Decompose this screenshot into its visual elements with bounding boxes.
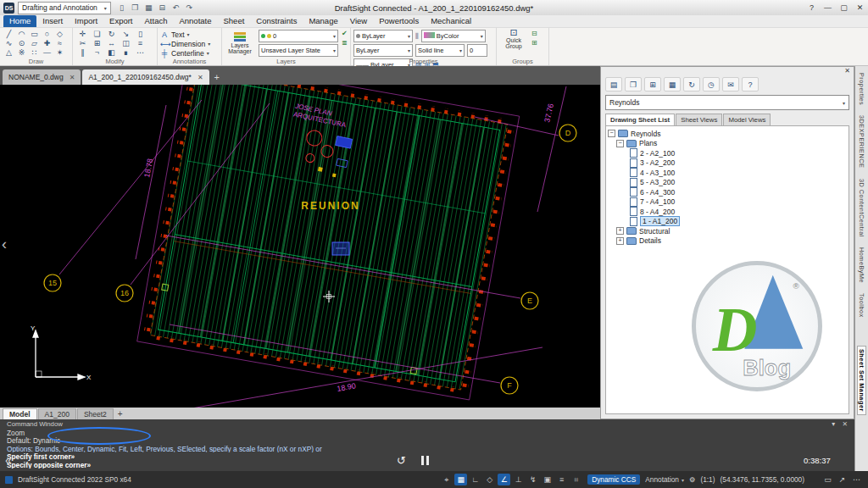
quick-access-icon[interactable]: ▦: [143, 3, 154, 12]
model-tab[interactable]: A1_200: [38, 408, 76, 419]
modify-tool-icon[interactable]: ❏: [90, 30, 104, 39]
fill-color-combo[interactable]: ByColor▾: [421, 30, 486, 42]
tree-node-sheet[interactable]: 6 - A4_300: [630, 187, 847, 197]
close-icon[interactable]: ✕: [842, 420, 848, 428]
draw-tool-icon[interactable]: ∷: [28, 48, 41, 58]
panel-toolbar-icon[interactable]: ◷: [703, 77, 720, 92]
draw-tool-icon[interactable]: ◠: [15, 30, 28, 39]
layers-manager-button[interactable]: Layers Manager: [225, 30, 255, 57]
modify-tool-icon[interactable]: ⋯: [133, 48, 147, 58]
help-button[interactable]: ?: [804, 3, 820, 12]
panel-toolbar-icon[interactable]: ↻: [683, 77, 700, 92]
close-button[interactable]: ✕: [852, 3, 868, 12]
tree-node-folder[interactable]: + Details: [616, 236, 847, 247]
modify-tool-icon[interactable]: ◫: [119, 39, 133, 48]
ribbon-tab[interactable]: Insert: [36, 15, 69, 27]
replay-icon[interactable]: ↺: [397, 454, 406, 467]
drawing-canvas[interactable]: JOSE PLAN ARQUITECTURA 15 16 D E F 18.78…: [0, 85, 600, 408]
panel-toolbar-icon[interactable]: ⊞: [644, 77, 661, 92]
panel-toolbar-icon[interactable]: ✉: [722, 77, 739, 92]
status-toggle[interactable]: ≡: [555, 474, 568, 485]
status-toggle[interactable]: ⊥: [512, 474, 525, 485]
annotation-scale-dropdown[interactable]: Annotation ▾: [645, 475, 684, 484]
panel-close-button[interactable]: ✕: [844, 67, 850, 75]
status-toggle[interactable]: ⌖: [440, 474, 453, 485]
settings-gear-icon[interactable]: ⚙: [689, 475, 695, 484]
video-prev-overlay[interactable]: ‹: [2, 236, 7, 253]
skip-back-button[interactable]: «: [5, 453, 12, 467]
draw-tool-icon[interactable]: ※: [15, 48, 28, 58]
tree-node-sheet[interactable]: 1 - A1_200: [630, 217, 847, 227]
layer-check-icon[interactable]: ✔: [342, 30, 348, 37]
panel-tab[interactable]: Sheet Views: [676, 114, 722, 125]
annotation-button[interactable]: ⟷ Dimension▾: [160, 39, 219, 48]
modify-tool-icon[interactable]: ↘: [119, 30, 133, 39]
quick-access-icon[interactable]: ↶: [170, 3, 181, 12]
collapse-icon[interactable]: −: [616, 140, 624, 147]
document-tab-active[interactable]: A1_200_1_220109162450.dwg* ✕: [82, 69, 209, 85]
expand-icon[interactable]: +: [616, 227, 624, 235]
status-toggle[interactable]: ∟: [469, 474, 481, 485]
status-right-icon[interactable]: ▭: [821, 474, 834, 485]
quick-group-button[interactable]: ⊡ Quick Group: [499, 30, 528, 50]
layer-state-combo[interactable]: Unsaved Layer State ▾: [259, 44, 338, 57]
draw-tool-icon[interactable]: ✚: [41, 39, 53, 48]
panel-toolbar-icon[interactable]: ?: [742, 77, 759, 92]
quick-access-icon[interactable]: ▯: [116, 3, 127, 12]
quick-access-icon[interactable]: ↷: [184, 3, 195, 12]
panel-toolbar-icon[interactable]: ▤: [605, 77, 622, 92]
line-style-combo[interactable]: Solid line▾: [415, 44, 465, 57]
collapse-icon[interactable]: −: [608, 130, 615, 137]
edit-group-icon[interactable]: ⊞: [531, 39, 537, 47]
tree-node-folder[interactable]: + Structural: [616, 226, 847, 236]
status-toggle[interactable]: ⌗: [570, 474, 582, 485]
draw-tool-icon[interactable]: ∿: [3, 39, 15, 48]
side-palette-tab[interactable]: 3DEXPERIENCE: [858, 115, 865, 168]
tree-node-root[interactable]: − Reynolds: [608, 129, 847, 139]
tree-node-sheet[interactable]: 2 - A2_100: [630, 148, 847, 158]
ribbon-tab[interactable]: Attach: [139, 15, 174, 27]
tree-node-sheet[interactable]: 7 - A4_100: [630, 197, 847, 208]
side-palette-tab[interactable]: 3D ContentCentral: [858, 179, 865, 237]
side-palette-tab[interactable]: Properties: [858, 73, 865, 105]
draw-tool-icon[interactable]: ✶: [53, 48, 66, 58]
draw-tool-icon[interactable]: ⊙: [15, 39, 28, 48]
status-toggle[interactable]: ▦: [454, 474, 467, 485]
modify-tool-icon[interactable]: ✛: [75, 30, 90, 39]
document-tab[interactable]: NONAME_0.dwg ✕: [3, 69, 81, 85]
model-tab[interactable]: Model: [3, 408, 37, 419]
modify-tool-icon[interactable]: ↻: [104, 30, 119, 39]
workspace-selector[interactable]: Drafting and Annotation ▾: [18, 2, 111, 14]
minimize-button[interactable]: —: [820, 3, 836, 12]
modify-tool-icon[interactable]: ⊞: [90, 39, 104, 48]
modify-tool-icon[interactable]: ◧: [104, 48, 119, 58]
status-toggle[interactable]: ▣: [541, 474, 554, 485]
modify-tool-icon[interactable]: ↔: [104, 39, 119, 48]
dock-icon[interactable]: ▾: [832, 420, 835, 428]
sheet-set-selector[interactable]: Reynolds ▾: [605, 95, 849, 110]
ribbon-tab[interactable]: Constraints: [250, 15, 303, 27]
side-palette-tab[interactable]: Toolbox: [858, 293, 865, 318]
panel-toolbar-icon[interactable]: ▦: [664, 77, 681, 92]
tree-node-sheet[interactable]: 3 - A2_200: [630, 158, 847, 169]
annotation-button[interactable]: A Text▾: [160, 30, 219, 39]
status-right-icon[interactable]: ⋯: [850, 474, 863, 485]
ribbon-tab[interactable]: Sheet: [218, 15, 251, 27]
model-tab[interactable]: Sheet2: [77, 408, 114, 419]
ribbon-tab[interactable]: Manage: [303, 15, 343, 27]
ungroup-icon[interactable]: ⊟: [531, 30, 537, 37]
close-icon[interactable]: ✕: [198, 74, 203, 81]
tree-node-sheet[interactable]: 8 - A4_200: [630, 207, 847, 217]
add-sheet-button[interactable]: +: [118, 409, 123, 419]
modify-tool-icon[interactable]: ≡: [133, 39, 147, 48]
tree-node-sheet[interactable]: 4 - A3_100: [630, 168, 847, 178]
draw-tool-icon[interactable]: ▱: [28, 39, 41, 48]
annotation-button[interactable]: ╪ Centerline▾: [160, 48, 219, 58]
tree-node-sheet[interactable]: 5 - A3_200: [630, 178, 847, 188]
draw-tool-icon[interactable]: ≈: [53, 39, 66, 48]
status-right-icon[interactable]: ↗: [836, 474, 849, 485]
layer-list-icon[interactable]: ≣: [342, 39, 348, 47]
dynamic-ccs-button[interactable]: Dynamic CCS: [587, 474, 640, 485]
quick-access-icon[interactable]: ⊟: [157, 3, 168, 12]
modify-tool-icon[interactable]: ∎: [119, 48, 133, 58]
